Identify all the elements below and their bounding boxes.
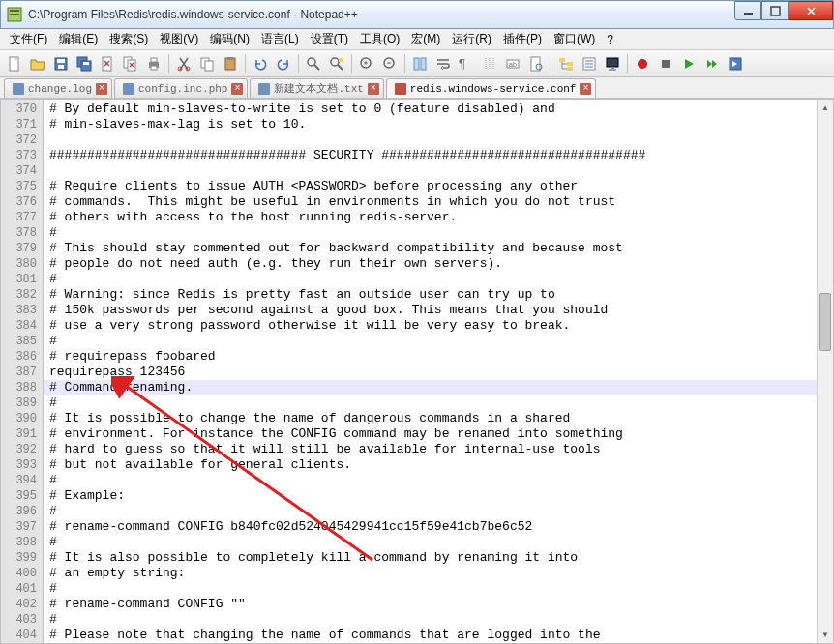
zoom-in-icon[interactable] bbox=[356, 53, 377, 74]
code-line: # bbox=[44, 612, 817, 628]
vertical-scrollbar[interactable]: ▲ ▼ bbox=[817, 100, 833, 643]
close-button[interactable] bbox=[789, 1, 833, 20]
svg-point-34 bbox=[331, 58, 339, 66]
menu-item-8[interactable]: 宏(M) bbox=[405, 29, 446, 49]
paste-icon[interactable] bbox=[220, 53, 241, 74]
tab-close-icon[interactable]: × bbox=[580, 83, 591, 95]
menu-item-1[interactable]: 编辑(E) bbox=[53, 29, 104, 49]
word-wrap-icon[interactable] bbox=[432, 53, 454, 74]
svg-rect-13 bbox=[83, 62, 89, 65]
menu-item-4[interactable]: 编码(N) bbox=[204, 29, 255, 49]
tab-0[interactable]: change.log× bbox=[4, 78, 112, 98]
line-number: 372 bbox=[1, 132, 43, 148]
sync-scroll-icon[interactable] bbox=[409, 53, 431, 74]
svg-rect-63 bbox=[611, 67, 614, 69]
line-number: 400 bbox=[1, 566, 43, 581]
line-number: 399 bbox=[1, 550, 43, 566]
folder-tree-icon[interactable] bbox=[555, 53, 577, 74]
open-file-icon[interactable] bbox=[27, 53, 48, 74]
tab-1[interactable]: config.inc.php× bbox=[114, 78, 248, 98]
undo-icon[interactable] bbox=[250, 53, 271, 74]
svg-rect-31 bbox=[227, 57, 233, 60]
file-icon bbox=[13, 83, 24, 95]
line-number: 402 bbox=[1, 597, 43, 612]
close-all-icon[interactable] bbox=[120, 53, 141, 74]
redo-icon[interactable] bbox=[273, 53, 294, 74]
tab-close-icon[interactable]: × bbox=[368, 83, 379, 95]
svg-point-32 bbox=[308, 58, 315, 66]
zoom-out-icon[interactable] bbox=[379, 53, 401, 74]
menu-item-11[interactable]: 窗口(W) bbox=[548, 29, 601, 49]
macro-save-icon[interactable] bbox=[725, 53, 746, 74]
svg-rect-22 bbox=[151, 58, 157, 62]
macro-record-icon[interactable] bbox=[632, 53, 653, 74]
menu-item-9[interactable]: 运行(R) bbox=[446, 29, 497, 49]
macro-play-icon[interactable] bbox=[678, 53, 700, 74]
code-line: # Example: bbox=[44, 488, 817, 504]
window-title: C:\Program Files\Redis\redis.windows-ser… bbox=[28, 8, 833, 21]
monitor-icon[interactable] bbox=[602, 53, 623, 74]
scroll-up-icon[interactable]: ▲ bbox=[818, 100, 833, 116]
code-line bbox=[44, 132, 817, 148]
function-list-icon[interactable] bbox=[579, 53, 600, 74]
line-number: 370 bbox=[1, 102, 43, 117]
code-line: # bbox=[44, 225, 817, 241]
menu-item-6[interactable]: 设置(T) bbox=[305, 29, 354, 49]
line-number: 381 bbox=[1, 272, 43, 287]
line-number: 379 bbox=[1, 241, 43, 256]
line-number: 392 bbox=[1, 442, 43, 457]
macro-play-multi-icon[interactable] bbox=[701, 53, 723, 74]
file-icon bbox=[258, 83, 270, 95]
save-icon[interactable] bbox=[50, 53, 72, 74]
line-number: 401 bbox=[1, 581, 43, 597]
menu-item-10[interactable]: 插件(P) bbox=[497, 29, 548, 49]
menu-item-2[interactable]: 搜索(S) bbox=[104, 29, 154, 49]
svg-rect-4 bbox=[771, 7, 780, 15]
tab-2[interactable]: 新建文本文档.txt× bbox=[250, 78, 383, 98]
find-icon[interactable] bbox=[303, 53, 324, 74]
code-line: requirepass 123456 bbox=[44, 365, 817, 380]
macro-stop-icon[interactable] bbox=[655, 53, 676, 74]
lang-icon[interactable]: ab bbox=[502, 53, 523, 74]
line-number: 385 bbox=[1, 334, 43, 349]
copy-icon[interactable] bbox=[196, 53, 218, 74]
line-number-gutter: 3703713723733743753763773783793803813823… bbox=[1, 100, 44, 643]
print-icon[interactable] bbox=[143, 53, 164, 74]
menu-item-0[interactable]: 文件(F) bbox=[4, 29, 53, 49]
tab-close-icon[interactable]: × bbox=[231, 83, 243, 95]
maximize-button[interactable] bbox=[761, 1, 789, 20]
indent-guide-icon[interactable] bbox=[479, 53, 500, 74]
close-file-icon[interactable] bbox=[97, 53, 118, 74]
scroll-down-icon[interactable]: ▼ bbox=[818, 627, 833, 643]
line-number: 404 bbox=[1, 628, 43, 643]
cut-icon[interactable] bbox=[173, 53, 194, 74]
tab-close-icon[interactable]: × bbox=[96, 83, 107, 95]
code-line: # bbox=[44, 504, 817, 519]
menu-item-12[interactable]: ? bbox=[601, 31, 619, 48]
code-line: # 150k passwords per second against a go… bbox=[44, 303, 817, 318]
new-file-icon[interactable] bbox=[4, 53, 25, 74]
svg-rect-36 bbox=[339, 58, 343, 62]
menu-item-3[interactable]: 视图(V) bbox=[154, 29, 204, 49]
tab-3[interactable]: redis.windows-service.conf× bbox=[386, 78, 597, 98]
svg-rect-53 bbox=[567, 62, 573, 66]
show-all-chars-icon[interactable]: ¶ bbox=[456, 53, 477, 74]
svg-line-35 bbox=[338, 65, 343, 70]
scrollbar-thumb[interactable] bbox=[819, 293, 831, 351]
code-line: # bbox=[44, 395, 817, 411]
menu-item-5[interactable]: 语言(L) bbox=[255, 29, 305, 49]
doc-map-icon[interactable] bbox=[525, 53, 547, 74]
code-line: # bbox=[44, 334, 817, 349]
svg-rect-3 bbox=[744, 13, 753, 15]
line-number: 383 bbox=[1, 303, 43, 318]
minimize-button[interactable] bbox=[734, 1, 761, 20]
menu-item-7[interactable]: 工具(O) bbox=[354, 29, 405, 49]
replace-icon[interactable] bbox=[326, 53, 347, 74]
line-number: 378 bbox=[1, 225, 43, 241]
code-line: # It is also possible to completely kill… bbox=[44, 550, 817, 566]
code-line: # others with access to the host running… bbox=[44, 210, 817, 225]
save-all-icon[interactable] bbox=[74, 53, 95, 74]
code-area[interactable]: # By default min-slaves-to-write is set … bbox=[44, 100, 817, 643]
svg-rect-2 bbox=[10, 14, 19, 15]
svg-rect-23 bbox=[151, 66, 157, 70]
